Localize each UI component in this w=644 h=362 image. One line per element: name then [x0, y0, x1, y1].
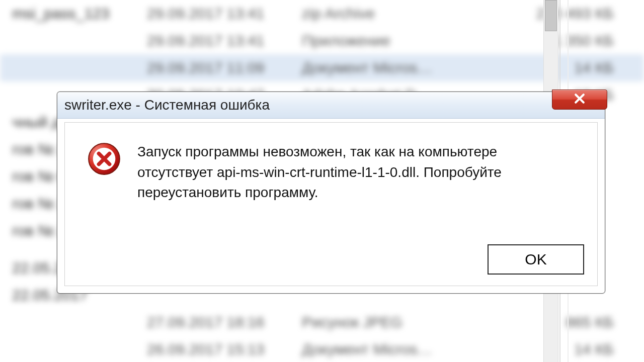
file-type: Документ Micros… — [290, 336, 455, 362]
file-name — [0, 336, 135, 362]
file-type: Документ Micros… — [290, 54, 455, 81]
dialog-message: Запуск программы невозможен, так как на … — [137, 142, 560, 203]
close-icon — [573, 92, 586, 107]
file-name: msi_pass_123 — [0, 0, 135, 27]
dialog-title: swriter.exe - Системная ошибка — [64, 97, 270, 113]
file-date: 27.09.2017 18:16 — [135, 309, 290, 336]
file-type: Рисунок JPEG — [290, 309, 455, 336]
file-date: 26.09.2017 15:13 — [135, 336, 290, 362]
dialog-titlebar[interactable]: swriter.exe - Системная ошибка — [57, 92, 605, 119]
file-date: 29.09.2017 13:41 — [135, 0, 290, 27]
error-icon — [87, 142, 121, 176]
file-date: 29.09.2017 11:09 — [135, 54, 290, 81]
close-button[interactable] — [552, 89, 607, 110]
file-name — [0, 54, 135, 81]
error-dialog: swriter.exe - Системная ошибка — [57, 92, 605, 294]
dialog-body: Запуск программы невозможен, так как на … — [64, 122, 598, 286]
file-type: Приложение — [290, 27, 455, 54]
ok-button[interactable]: OK — [488, 244, 584, 275]
file-name — [0, 27, 135, 54]
scrollbar-thumb[interactable] — [545, 0, 557, 31]
file-type: zip Archive — [290, 0, 455, 27]
file-name — [0, 309, 135, 336]
file-date: 29.09.2017 13:41 — [135, 27, 290, 54]
